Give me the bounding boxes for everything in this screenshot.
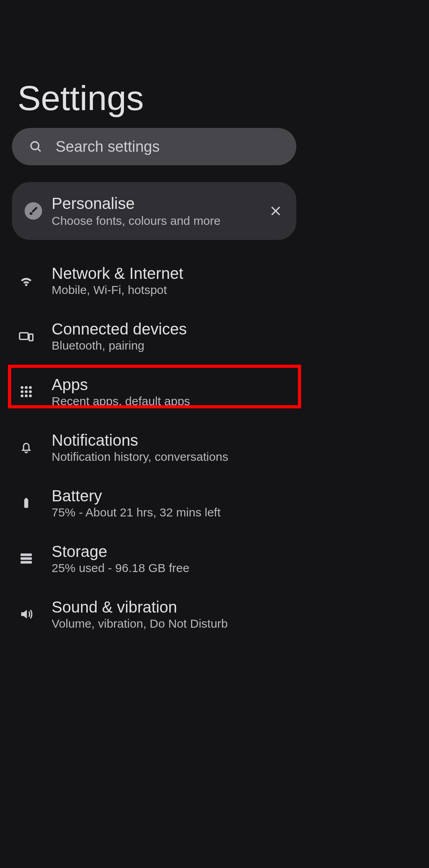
row-subtitle: Volume, vibration, Do Not Disturb — [52, 617, 228, 630]
svg-point-12 — [21, 394, 23, 397]
svg-point-11 — [29, 390, 32, 393]
row-title: Notifications — [52, 431, 228, 449]
search-icon — [26, 137, 45, 156]
svg-point-9 — [21, 390, 23, 393]
row-apps[interactable]: Apps Recent apps, default apps — [0, 364, 307, 420]
promo-subtitle: Choose fonts, colours and more — [52, 214, 265, 228]
promo-title: Personalise — [52, 195, 265, 213]
row-sound-vibration[interactable]: Sound & vibration Volume, vibration, Do … — [0, 586, 307, 642]
svg-point-0 — [31, 142, 39, 150]
volume-icon — [17, 605, 35, 623]
search-placeholder: Search settings — [56, 138, 160, 155]
svg-rect-18 — [21, 557, 32, 560]
svg-point-14 — [29, 394, 32, 397]
svg-point-7 — [25, 386, 27, 389]
row-subtitle: Recent apps, default apps — [52, 394, 190, 408]
settings-list: Network & Internet Mobile, Wi-Fi, hotspo… — [0, 253, 307, 642]
svg-rect-4 — [19, 333, 28, 340]
bell-icon — [17, 439, 35, 456]
page-title: Settings — [17, 78, 144, 118]
row-title: Connected devices — [52, 320, 187, 338]
storage-icon — [17, 550, 35, 567]
row-subtitle: 25% used - 96.18 GB free — [52, 561, 189, 575]
row-network-internet[interactable]: Network & Internet Mobile, Wi-Fi, hotspo… — [0, 253, 307, 308]
battery-icon — [17, 494, 35, 512]
row-title: Apps — [52, 376, 190, 394]
svg-rect-17 — [21, 553, 32, 556]
row-title: Battery — [52, 487, 220, 505]
row-title: Network & Internet — [52, 265, 183, 282]
svg-line-1 — [38, 149, 41, 151]
close-icon[interactable] — [265, 200, 287, 222]
row-subtitle: Mobile, Wi-Fi, hotspot — [52, 283, 183, 297]
personalise-promo[interactable]: Personalise Choose fonts, colours and mo… — [12, 182, 296, 240]
svg-point-10 — [25, 390, 27, 393]
svg-rect-19 — [21, 561, 32, 563]
row-connected-devices[interactable]: Connected devices Bluetooth, pairing — [0, 308, 307, 364]
search-input[interactable]: Search settings — [12, 128, 296, 165]
devices-icon — [17, 327, 35, 345]
svg-rect-15 — [24, 499, 28, 508]
row-notifications[interactable]: Notifications Notification history, conv… — [0, 420, 307, 475]
svg-point-6 — [21, 386, 23, 389]
apps-icon — [17, 383, 35, 400]
row-subtitle: Notification history, conversations — [52, 450, 228, 464]
row-subtitle: 75% - About 21 hrs, 32 mins left — [52, 506, 220, 519]
row-storage[interactable]: Storage 25% used - 96.18 GB free — [0, 531, 307, 586]
svg-rect-16 — [25, 498, 27, 500]
svg-point-13 — [25, 394, 27, 397]
row-subtitle: Bluetooth, pairing — [52, 339, 187, 352]
row-title: Storage — [52, 543, 189, 561]
brush-icon — [25, 202, 42, 220]
row-battery[interactable]: Battery 75% - About 21 hrs, 32 mins left — [0, 475, 307, 531]
svg-point-8 — [29, 386, 32, 389]
svg-rect-5 — [29, 334, 33, 341]
row-title: Sound & vibration — [52, 598, 228, 616]
wifi-icon — [17, 272, 35, 289]
